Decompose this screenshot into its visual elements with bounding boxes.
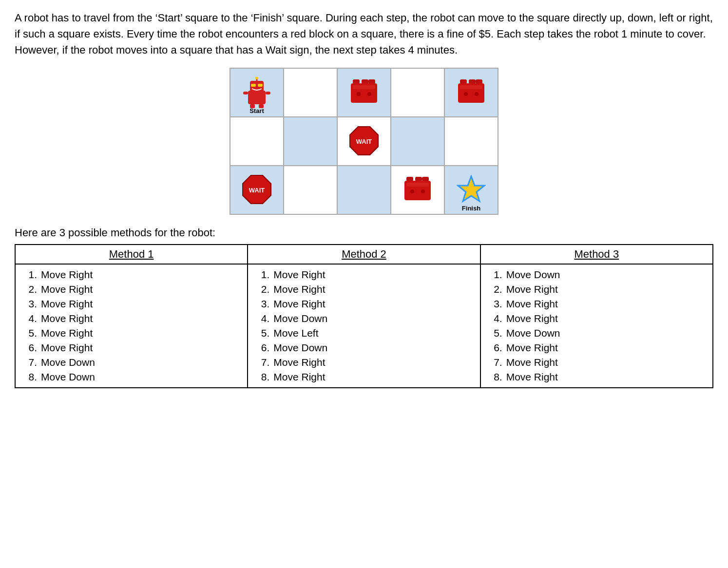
- methods-table: Method 1Method 2Method 3 1.Move Right2.M…: [15, 244, 713, 388]
- description-text: A robot has to travel from the ‘Start’ s…: [15, 10, 713, 58]
- step-label: Move Down: [41, 371, 95, 382]
- grid-cell-r1-c0: [230, 117, 284, 166]
- grid-cell-r1-c4: [444, 117, 498, 166]
- step-number: 6.: [489, 342, 502, 354]
- method-2-step-3: 3.Move Right: [256, 297, 472, 311]
- method-2-steps: 1.Move Right2.Move Right3.Move Right4.Mo…: [248, 264, 480, 388]
- svg-rect-30: [422, 177, 429, 181]
- method-1-list: 1.Move Right2.Move Right3.Move Right4.Mo…: [23, 267, 239, 384]
- svg-point-34: [421, 189, 425, 193]
- svg-rect-9: [266, 92, 270, 95]
- grid-cell-r1-c3: [391, 117, 444, 166]
- red-block-svg: [403, 177, 432, 202]
- step-label: Move Right: [273, 371, 325, 382]
- grid-cell-r0-c3: [391, 68, 444, 117]
- step-number: 5.: [489, 327, 502, 339]
- step-label: Move Right: [41, 284, 93, 295]
- svg-rect-0: [248, 91, 266, 104]
- step-label: Move Right: [41, 313, 93, 324]
- svg-point-22: [464, 92, 468, 96]
- step-label: Move Right: [506, 313, 558, 324]
- red-block-icon: [457, 79, 485, 106]
- step-number: 2.: [23, 284, 37, 295]
- red-block-svg: [350, 79, 378, 105]
- method-3-step-4: 4.Move Right: [489, 311, 705, 326]
- wait-sign-svg: WAIT: [242, 174, 272, 205]
- robot-svg: [242, 77, 271, 109]
- method-2-step-2: 2.Move Right: [256, 282, 472, 297]
- method-3-header: Method 3: [480, 245, 713, 264]
- wait-sign-icon: WAIT: [242, 174, 272, 206]
- grid-cell-r0-c2: [337, 68, 391, 117]
- svg-rect-32: [406, 183, 429, 187]
- step-number: 2.: [256, 284, 269, 295]
- step-label: Move Down: [41, 357, 95, 368]
- method-2-header: Method 2: [248, 245, 480, 264]
- method-3-step-8: 8.Move Right: [489, 370, 705, 384]
- method-2-step-8: 8.Move Right: [256, 370, 472, 384]
- step-number: 3.: [489, 298, 502, 310]
- svg-text:WAIT: WAIT: [249, 187, 265, 194]
- grid-cell-r2-c1: [284, 166, 337, 214]
- star-finish-icon: [457, 175, 486, 206]
- step-number: 4.: [489, 313, 502, 324]
- grid-container: Start WAIT: [15, 68, 713, 215]
- method-1-step-4: 4.Move Right: [23, 311, 239, 326]
- step-label: Move Down: [506, 269, 560, 280]
- method-2-title: Method 2: [342, 248, 386, 264]
- svg-point-3: [255, 77, 258, 79]
- grid-cell-r0-c4: [444, 68, 498, 117]
- svg-rect-4: [251, 84, 256, 87]
- method-1-step-6: 6.Move Right: [23, 341, 239, 355]
- method-2-step-5: 5.Move Left: [256, 326, 472, 341]
- star-svg: [457, 175, 486, 204]
- step-number: 7.: [489, 357, 502, 368]
- svg-rect-10: [353, 79, 360, 84]
- cell-label: Start: [249, 107, 264, 114]
- grid-cell-r0-c0: Start: [230, 68, 284, 117]
- svg-rect-8: [243, 92, 248, 95]
- method-1-step-3: 3.Move Right: [23, 297, 239, 311]
- red-block-icon: [350, 79, 378, 106]
- step-number: 4.: [23, 313, 37, 324]
- svg-rect-5: [258, 84, 263, 87]
- step-label: Move Right: [273, 269, 325, 280]
- robot-icon: [242, 77, 271, 109]
- method-1-steps: 1.Move Right2.Move Right3.Move Right4.Mo…: [15, 264, 248, 388]
- step-number: 8.: [256, 371, 269, 383]
- method-2-list: 1.Move Right2.Move Right3.Move Right4.Mo…: [256, 267, 472, 384]
- step-label: Move Right: [41, 327, 93, 339]
- cell-label: Finish: [462, 205, 480, 212]
- svg-rect-17: [460, 79, 467, 84]
- method-1-step-5: 5.Move Right: [23, 326, 239, 341]
- grid-cell-r2-c3: [391, 166, 444, 214]
- method-1-step-2: 2.Move Right: [23, 282, 239, 297]
- step-label: Move Right: [41, 342, 93, 353]
- method-3-step-6: 6.Move Right: [489, 341, 705, 355]
- step-number: 7.: [23, 357, 37, 368]
- method-3-step-7: 7.Move Right: [489, 355, 705, 370]
- grid-cell-r0-c1: [284, 68, 337, 117]
- step-label: Move Down: [506, 327, 560, 339]
- step-number: 8.: [489, 371, 502, 383]
- grid-cell-r2-c2: [337, 166, 391, 214]
- method-3-title: Method 3: [574, 248, 619, 264]
- method-2-step-1: 1.Move Right: [256, 267, 472, 282]
- svg-rect-18: [469, 79, 476, 84]
- method-2-step-4: 4.Move Down: [256, 311, 472, 326]
- method-3-steps: 1.Move Down2.Move Right3.Move Right4.Mov…: [480, 264, 713, 388]
- grid-cell-r2-c0: WAIT: [230, 166, 284, 214]
- svg-rect-14: [353, 85, 375, 89]
- method-3-step-1: 1.Move Down: [489, 267, 705, 282]
- step-number: 3.: [256, 298, 269, 310]
- method-3-step-5: 5.Move Down: [489, 326, 705, 341]
- methods-header: Here are 3 possible methods for the robo…: [15, 227, 713, 239]
- red-block-icon: [403, 177, 432, 204]
- method-1-header: Method 1: [15, 245, 248, 264]
- wait-sign-icon: WAIT: [349, 126, 379, 157]
- grid-cell-r1-c1: [284, 117, 337, 166]
- step-number: 2.: [489, 284, 502, 295]
- svg-text:WAIT: WAIT: [356, 138, 372, 145]
- step-number: 1.: [23, 269, 37, 281]
- method-1-step-1: 1.Move Right: [23, 267, 239, 282]
